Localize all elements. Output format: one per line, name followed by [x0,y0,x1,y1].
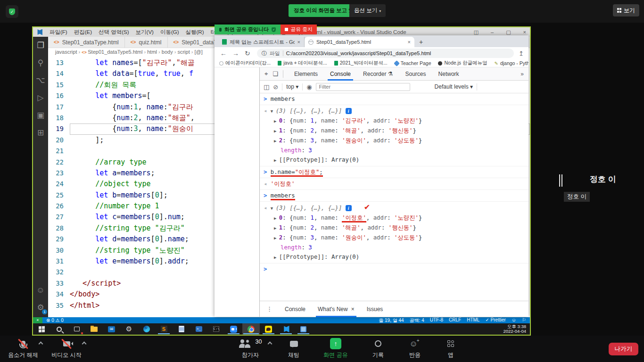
console-result-row[interactable]: ◂ ▼ (3) [{…}, {…}, {…}] i [260,106,528,116]
console-object-row[interactable]: ▶ 2: {num: 3, name: '원숭이', addr: '상도동'} [260,136,528,146]
menu-go[interactable]: 이동(G) [157,29,182,36]
drawer-menu-icon[interactable]: ⋮ [266,305,272,313]
browser-tab[interactable]: 제목 없는 스프레드시트 - Goog× [218,37,305,47]
share-screen-button[interactable]: ↑ 화면 공유 [321,338,351,359]
log-levels-selector[interactable]: Default levels ▾ [435,83,473,90]
console-prototype-row[interactable]: ▶ [[Prototype]]: Array(0) [260,155,528,165]
chevron-up-icon[interactable] [268,342,272,346]
apps-button[interactable]: 앱 [441,338,460,359]
close-tab-icon[interactable]: × [297,39,300,45]
console-input-row[interactable]: > members [260,191,528,200]
bookmark[interactable]: ✎django - Python 2... [495,60,528,66]
search-icon[interactable]: ⚲ [33,54,48,72]
console-filter-input[interactable] [316,83,410,91]
taskbar-search[interactable] [50,323,68,335]
device-toolbar-icon[interactable]: ❏ [272,70,278,77]
console-object-row[interactable]: ▶ 1: {num: 2, name: '해골', addr: '행신동'} [260,223,528,233]
start-video-button[interactable]: 비디오 시작 [47,338,86,359]
reload-button[interactable]: ↻ [245,49,250,57]
settings-gear-icon[interactable]: ⚙1 [33,299,48,316]
menu-view[interactable]: 보기(V) [132,29,157,36]
encoding[interactable]: UTF-8 [430,317,443,324]
language-mode[interactable]: HTML [467,317,479,324]
bookmark[interactable]: 에이콘아카데미(강... [219,60,271,66]
document-app[interactable] [173,323,190,335]
back-button[interactable]: ← [220,49,227,57]
eye-icon[interactable]: ◉ [306,83,312,90]
participants-button[interactable]: 30 참가자 [230,338,271,359]
console-input-row[interactable]: > b.name="이정호"; [260,167,528,177]
share-page-icon[interactable]: ↥ [519,50,524,57]
source-control-icon[interactable]: ⌥ [33,72,48,89]
security-shield-icon[interactable]: ✓ [6,5,18,18]
bookmark[interactable]: java + 데이터분석... [278,60,327,66]
chrome-app[interactable] [242,323,260,335]
menu-run[interactable]: 실행(R) [182,29,207,36]
info-icon[interactable]: ⓘ [262,50,267,57]
account-icon[interactable]: ☺ [33,281,48,299]
problems-indicator[interactable]: ⊗ 0 ⚠ 0 [46,318,64,323]
view-mode-button[interactable]: 보기 [613,4,640,16]
menu-file[interactable]: 파일(F) [46,29,71,36]
console-prompt[interactable]: > [260,264,528,274]
chat-button[interactable]: 채팅 [282,338,305,359]
bookmark[interactable]: Node.js 한글메뉴얼 [438,60,487,66]
console-input-row[interactable]: > members [260,94,528,104]
forward-button[interactable]: → [232,49,239,57]
console-object-row[interactable]: ▶ 1: {num: 2, name: '해골', addr: '행신동'} [260,126,528,136]
feedback-icon[interactable]: ☺ [512,317,516,324]
new-tab-button[interactable]: + [419,37,423,47]
edge-browser[interactable] [138,323,155,335]
tab-recorder[interactable]: Recorder ⚗ [357,67,399,81]
clear-console-icon[interactable]: ⊘ [273,83,278,90]
close-tab-icon[interactable]: × [408,39,411,45]
record-button[interactable]: 기록 [367,338,389,359]
view-options-button[interactable]: 옵션 보기▾ [349,4,386,17]
tab-elements[interactable]: Elements [288,67,324,81]
tab-network[interactable]: Network [432,67,465,81]
menu-edit[interactable]: 편집(E) [71,29,95,36]
file-explorer[interactable] [85,323,103,335]
address-bar[interactable]: ⓘ 파일 C:/acorn202203/visual_work/javascri… [257,49,514,58]
tab-console[interactable]: Console [324,67,357,81]
inspect-element-icon[interactable]: ⌖ [264,70,268,78]
drawer-tab-issues[interactable]: Issues [367,301,383,317]
drawer-tab-console[interactable]: Console [285,301,305,317]
run-debug-icon[interactable]: ▷ [33,89,48,107]
drawer-tab-whats-new[interactable]: What's New× [318,301,355,317]
task-view[interactable] [68,323,85,335]
extensions-icon[interactable]: ⊞ [33,124,48,141]
leave-button[interactable]: 나가기 [609,343,639,355]
powershell-app[interactable]: >_ [190,323,207,335]
start-button[interactable] [33,323,50,335]
explorer-icon[interactable]: ❐ [33,37,48,54]
chevron-up-icon[interactable] [82,342,87,346]
formatter[interactable]: ✓ Prettier [485,317,505,324]
notes-app[interactable] [295,323,312,335]
unmute-button[interactable]: 음소거 해제 [4,338,42,359]
mail-app[interactable]: ✉ [103,323,120,335]
console-result-row[interactable]: ◂ ▼ (3) [{…}, {…}, {…}] i✔ [260,203,528,213]
bookmark[interactable]: Teacher Page [395,60,431,66]
eol[interactable]: CRLF [449,317,461,324]
remote-indicator[interactable]: × [33,317,42,323]
remote-explorer-icon[interactable]: ▣ [33,107,48,124]
console-object-row[interactable]: ▶ 2: {num: 3, name: '원숭이', addr: '상도동'} [260,233,528,243]
more-tabs-icon[interactable]: » [520,71,528,77]
console-object-row[interactable]: ▶ 0: {num: 1, name: '김구라', addr: '노량진'} [260,116,528,126]
editor-tab[interactable]: <>Step01_dataType.html [48,37,125,48]
kakaotalk-app[interactable] [260,323,277,335]
sublime-app[interactable]: S [155,323,173,335]
chevron-up-icon[interactable] [39,342,43,346]
editor-tab[interactable]: <>quiz.html [125,37,168,48]
taskbar-clock[interactable]: 오후 3:382022-04-04 [503,324,530,334]
indentation[interactable]: 공백: 4 [410,317,424,324]
console-sidebar-icon[interactable]: ◫ [264,83,269,90]
settings-app[interactable]: ⚙ [120,323,138,335]
context-selector[interactable]: top ▾ [286,83,298,90]
console-prototype-row[interactable]: ▶ [[Prototype]]: Array(0) [260,252,528,262]
tab-sources[interactable]: Sources [399,67,432,81]
zoom-app[interactable] [225,323,242,335]
close-icon[interactable]: × [351,306,355,313]
menu-selection[interactable]: 선택 영역(S) [95,29,132,36]
